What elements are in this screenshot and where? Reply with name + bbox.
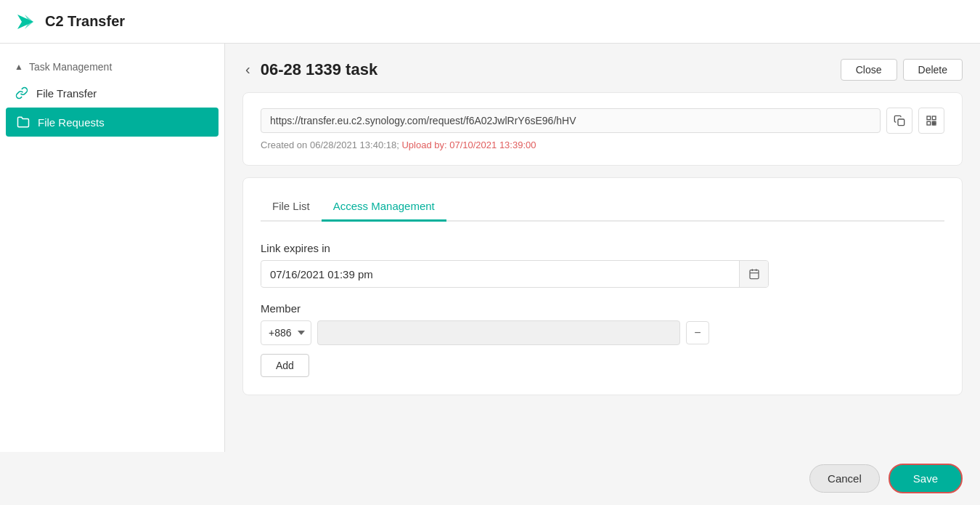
url-card: Created on 06/28/2021 13:40:18; Upload b…: [242, 92, 963, 166]
sidebar-section-task-management[interactable]: ▲ Task Management: [0, 55, 224, 78]
sidebar-item-file-requests[interactable]: File Requests: [6, 108, 219, 137]
task-actions: Close Delete: [841, 59, 963, 81]
task-title: 06-28 1339 task: [261, 60, 377, 79]
svg-rect-3: [927, 116, 931, 120]
back-button[interactable]: ‹: [242, 58, 253, 81]
phone-input[interactable]: [317, 320, 680, 345]
tab-file-list[interactable]: File List: [261, 193, 322, 222]
logo-icon: [15, 10, 38, 33]
created-info: Created on 06/28/2021 13:40:18; Upload b…: [261, 140, 944, 150]
svg-rect-7: [934, 121, 936, 123]
minus-icon: −: [694, 326, 701, 339]
sidebar-item-file-transfer[interactable]: File Transfer: [0, 78, 224, 108]
main-card: File List Access Management Link expires…: [242, 177, 963, 395]
date-input[interactable]: [261, 262, 739, 286]
access-management-form: Link expires in Member +886 +1 +44 +81: [261, 239, 944, 380]
folder-icon: [16, 115, 30, 129]
app-header: C2 Transfer: [0, 0, 980, 44]
app-title: C2 Transfer: [45, 13, 125, 30]
main-layout: ▲ Task Management File Transfer File Req…: [0, 44, 980, 452]
created-date: Created on 06/28/2021 13:40:18;: [261, 140, 399, 150]
close-button[interactable]: Close: [841, 59, 897, 81]
svg-rect-10: [750, 270, 759, 279]
svg-rect-8: [932, 124, 934, 125]
save-button[interactable]: Save: [889, 464, 963, 493]
calendar-button[interactable]: [739, 261, 768, 287]
tabs: File List Access Management: [261, 193, 944, 222]
svg-rect-9: [934, 124, 936, 125]
remove-member-button[interactable]: −: [686, 321, 709, 344]
link-expires-label: Link expires in: [261, 242, 944, 254]
chevron-up-icon: ▲: [15, 62, 23, 72]
country-code-select[interactable]: +886 +1 +44 +81: [261, 320, 311, 345]
link-icon: [15, 86, 29, 100]
qr-button[interactable]: [918, 108, 944, 134]
copy-button[interactable]: [886, 108, 912, 134]
svg-rect-2: [898, 119, 905, 126]
content-area: ‹ 06-28 1339 task Close Delete: [225, 44, 980, 452]
svg-rect-4: [932, 116, 936, 120]
sidebar-section-label: Task Management: [29, 61, 112, 73]
cancel-button[interactable]: Cancel: [809, 464, 880, 493]
footer: Cancel Save: [0, 452, 980, 505]
sidebar-item-file-transfer-label: File Transfer: [36, 87, 97, 100]
expiry-info: Upload by: 07/10/2021 13:39:00: [401, 140, 536, 150]
delete-button[interactable]: Delete: [903, 59, 963, 81]
svg-rect-5: [927, 121, 931, 125]
svg-rect-6: [932, 121, 934, 123]
add-member-button[interactable]: Add: [261, 354, 309, 377]
logo-area: C2 Transfer: [15, 10, 125, 33]
url-input[interactable]: [261, 108, 881, 133]
sidebar-item-file-requests-label: File Requests: [38, 116, 105, 129]
tab-access-management[interactable]: Access Management: [322, 193, 446, 222]
member-row: +886 +1 +44 +81 −: [261, 320, 944, 345]
task-title-area: ‹ 06-28 1339 task: [242, 58, 377, 81]
task-header: ‹ 06-28 1339 task Close Delete: [242, 58, 963, 81]
url-row: [261, 108, 944, 134]
sidebar: ▲ Task Management File Transfer File Req…: [0, 44, 225, 452]
member-label: Member: [261, 302, 944, 315]
date-input-wrapper: [261, 260, 769, 288]
